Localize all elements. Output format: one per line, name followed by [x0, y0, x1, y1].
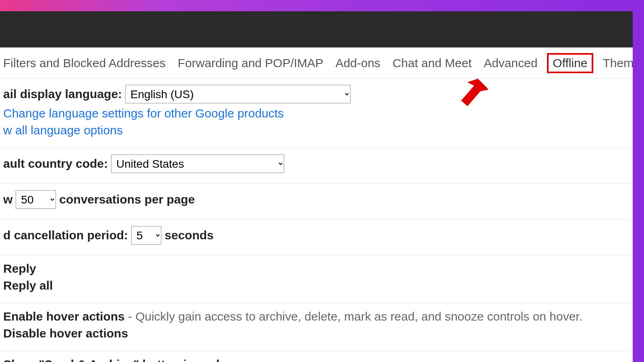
- undo-send-section: d cancellation period: 5 seconds: [0, 220, 633, 255]
- show-send-archive-option[interactable]: Show "Send & Archive" button in reply: [3, 358, 226, 362]
- country-code-section: ault country code: United States: [0, 148, 633, 184]
- display-language-label: ail display language:: [3, 87, 122, 101]
- undo-send-select[interactable]: 5: [131, 226, 161, 245]
- settings-content: Filters and Blocked Addresses Forwarding…: [0, 47, 633, 362]
- country-code-select[interactable]: United States: [111, 154, 284, 173]
- country-code-label: ault country code:: [3, 157, 108, 171]
- tab-addons[interactable]: Add-ons: [335, 56, 380, 70]
- enable-hover-option[interactable]: Enable hover actions: [3, 310, 125, 323]
- default-reply-section: Reply Reply all: [0, 255, 633, 303]
- reply-option[interactable]: Reply: [3, 262, 36, 276]
- disable-hover-option[interactable]: Disable hover actions: [3, 327, 128, 340]
- send-archive-section: Show "Send & Archive" button in reply Hi…: [0, 351, 633, 362]
- right-border-strip: [633, 0, 644, 362]
- tab-forwarding[interactable]: Forwarding and POP/IMAP: [178, 56, 324, 70]
- tab-offline[interactable]: Offline: [549, 56, 590, 71]
- settings-tabs: Filters and Blocked Addresses Forwarding…: [0, 47, 633, 78]
- page-size-section: w 50 conversations per page: [0, 184, 633, 220]
- show-all-language-link[interactable]: w all language options: [3, 123, 123, 137]
- enable-hover-description: - Quickly gain access to archive, delete…: [125, 310, 582, 323]
- page-size-prefix: w: [3, 193, 12, 206]
- hover-actions-section: Enable hover actions - Quickly gain acce…: [0, 303, 633, 351]
- undo-send-label: d cancellation period:: [3, 228, 128, 242]
- tab-advanced[interactable]: Advanced: [484, 56, 537, 70]
- tab-chat-meet[interactable]: Chat and Meet: [392, 56, 472, 70]
- undo-send-suffix: seconds: [165, 228, 214, 242]
- tab-filters[interactable]: Filters and Blocked Addresses: [3, 56, 166, 70]
- page-size-suffix: conversations per page: [59, 193, 195, 206]
- page-size-select[interactable]: 50: [16, 190, 56, 209]
- language-section: ail display language: English (US) Chang…: [0, 78, 633, 148]
- reply-all-option[interactable]: Reply all: [3, 279, 53, 292]
- display-language-select[interactable]: English (US): [125, 85, 351, 103]
- window-header-bar: [0, 11, 633, 47]
- change-language-link[interactable]: Change language settings for other Googl…: [3, 107, 284, 120]
